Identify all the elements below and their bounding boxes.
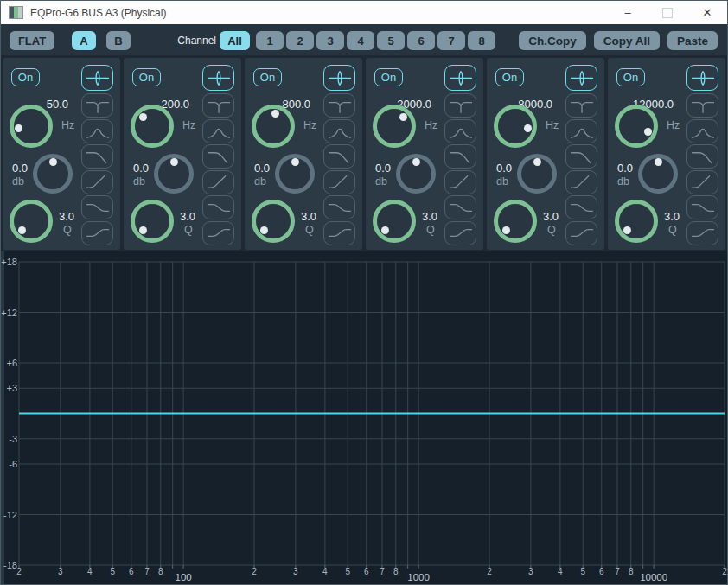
channel-button-2[interactable]: 2 [286, 31, 314, 50]
filter-type-button-high-pass[interactable] [81, 170, 113, 194]
filter-type-button-band-pass[interactable] [444, 119, 476, 143]
channel-button-5[interactable]: 5 [377, 31, 405, 50]
svg-text:-3: -3 [9, 434, 17, 444]
copy-all-button[interactable]: Copy All [594, 31, 660, 50]
filter-type-button-shelf-down[interactable] [81, 195, 113, 219]
band-pass-filter-icon [568, 121, 596, 141]
svg-text:3: 3 [293, 567, 298, 576]
filter-type-button-shelf-up[interactable] [565, 221, 597, 245]
filter-type-button-shelf-up[interactable] [444, 221, 476, 245]
paste-button[interactable]: Paste [667, 31, 718, 50]
knob-indicator-dot [170, 158, 178, 166]
filter-type-button-high-pass[interactable] [565, 170, 597, 194]
band-on-button[interactable]: On [253, 68, 282, 86]
filter-type-button-high-pass[interactable] [202, 170, 234, 194]
ch-copy-button[interactable]: Ch.Copy [519, 31, 586, 50]
band-on-button[interactable]: On [616, 68, 645, 86]
maximize-button[interactable] [648, 1, 687, 24]
eq-band-panel-2: On 200.0 Hz 0.0 db 3.0 Q [124, 58, 241, 250]
filter-type-button-notch[interactable] [202, 93, 234, 118]
svg-text:2: 2 [487, 567, 492, 576]
band-pass-filter-icon [84, 121, 112, 141]
band-frequency-knob[interactable] [10, 105, 53, 148]
filter-type-button-low-pass[interactable] [323, 144, 355, 169]
band-gain-knob[interactable] [33, 154, 73, 194]
channel-button-4[interactable]: 4 [347, 31, 374, 50]
filter-type-button-low-pass[interactable] [202, 144, 234, 169]
band-frequency-knob[interactable] [373, 105, 416, 148]
filter-type-button-peak[interactable] [686, 65, 718, 91]
band-q-value: 3.0 [174, 210, 201, 223]
channel-button-3[interactable]: 3 [316, 31, 344, 50]
flat-button[interactable]: FLAT [10, 31, 54, 50]
band-frequency-knob[interactable] [131, 105, 174, 148]
filter-type-button-shelf-down[interactable] [202, 195, 234, 219]
band-gain-knob[interactable] [154, 154, 194, 194]
band-q-knob[interactable] [10, 200, 53, 243]
channel-button-6[interactable]: 6 [407, 31, 435, 50]
filter-type-button-shelf-down[interactable] [444, 195, 476, 219]
band-frequency-knob[interactable] [252, 105, 295, 148]
filter-type-button-shelf-down[interactable] [323, 195, 355, 219]
band-on-button[interactable]: On [495, 68, 524, 86]
band-gain-knob[interactable] [275, 154, 315, 194]
filter-type-button-shelf-up[interactable] [323, 221, 355, 245]
band-on-button[interactable]: On [132, 68, 161, 86]
filter-type-button-peak[interactable] [81, 65, 113, 91]
filter-type-button-notch[interactable] [81, 93, 113, 118]
filter-type-button-shelf-up[interactable] [81, 221, 113, 245]
close-button[interactable]: ✕ [687, 1, 727, 24]
ab-button-a[interactable]: A [72, 31, 96, 50]
band-gain-knob[interactable] [638, 154, 678, 194]
band-q-value: 3.0 [537, 210, 565, 223]
band-q-value: 3.0 [295, 210, 322, 223]
knob-indicator-dot [623, 226, 631, 234]
filter-type-button-band-pass[interactable] [565, 119, 597, 143]
filter-type-button-band-pass[interactable] [686, 119, 718, 143]
channel-button-8[interactable]: 8 [468, 31, 495, 50]
filter-type-button-peak[interactable] [323, 65, 355, 91]
band-q-knob[interactable] [252, 200, 295, 243]
filter-type-button-band-pass[interactable] [202, 119, 234, 143]
band-gain-knob[interactable] [396, 154, 436, 194]
band-q-knob[interactable] [373, 200, 416, 243]
high-pass-filter-icon [84, 172, 112, 192]
filter-type-button-low-pass[interactable] [81, 144, 113, 169]
filter-type-button-high-pass[interactable] [323, 170, 355, 194]
filter-type-button-shelf-up[interactable] [686, 221, 718, 245]
band-on-button[interactable]: On [374, 68, 403, 86]
filter-type-button-peak[interactable] [444, 65, 476, 91]
window-controls: – ✕ [608, 1, 727, 24]
ab-button-b[interactable]: B [106, 31, 131, 50]
filter-type-button-band-pass[interactable] [323, 119, 355, 143]
band-pass-filter-icon [689, 121, 717, 141]
filter-type-button-high-pass[interactable] [444, 170, 476, 194]
filter-type-button-low-pass[interactable] [444, 144, 476, 169]
band-gain-unit: db [375, 175, 387, 188]
minimize-button[interactable]: – [608, 1, 648, 24]
filter-type-button-low-pass[interactable] [565, 144, 597, 169]
band-q-knob[interactable] [615, 200, 658, 243]
band-frequency-knob[interactable] [494, 105, 537, 148]
filter-type-button-notch[interactable] [565, 93, 597, 118]
filter-type-button-shelf-down[interactable] [565, 195, 597, 219]
filter-type-button-peak[interactable] [202, 65, 234, 91]
filter-type-button-notch[interactable] [323, 93, 355, 118]
band-frequency-knob[interactable] [615, 105, 658, 148]
channel-button-1[interactable]: 1 [256, 31, 284, 50]
filter-type-button-notch[interactable] [686, 93, 718, 118]
channel-button-all[interactable]: All [220, 31, 250, 50]
filter-type-button-high-pass[interactable] [686, 170, 718, 194]
filter-type-button-notch[interactable] [444, 93, 476, 118]
filter-type-button-band-pass[interactable] [81, 119, 113, 143]
band-q-knob[interactable] [131, 200, 174, 243]
filter-type-button-low-pass[interactable] [686, 144, 718, 169]
filter-type-button-peak[interactable] [565, 65, 597, 91]
band-on-button[interactable]: On [11, 68, 40, 86]
channel-button-7[interactable]: 7 [437, 31, 465, 50]
filter-type-button-shelf-down[interactable] [686, 195, 718, 219]
filter-type-button-shelf-up[interactable] [202, 221, 234, 245]
peak-filter-icon [205, 68, 233, 88]
band-q-knob[interactable] [494, 200, 537, 243]
band-gain-knob[interactable] [517, 154, 557, 194]
